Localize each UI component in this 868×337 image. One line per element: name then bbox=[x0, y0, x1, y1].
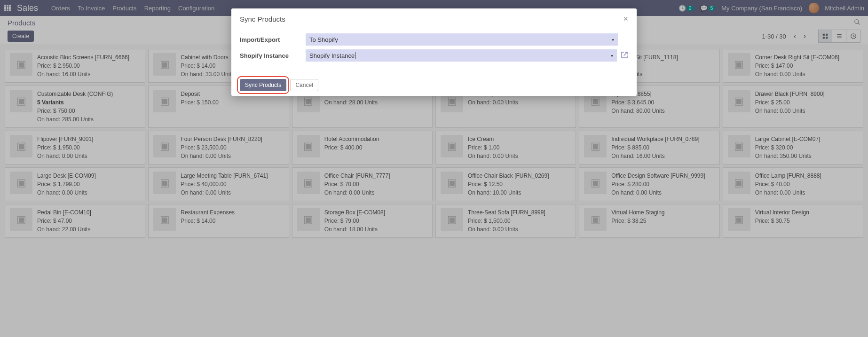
external-link-icon[interactable] bbox=[621, 51, 628, 60]
label-import-export: Import/Export bbox=[240, 36, 306, 43]
import-export-value: To Shopify bbox=[309, 36, 338, 43]
import-export-select[interactable]: To Shopify ▾ bbox=[306, 33, 618, 46]
close-icon[interactable]: × bbox=[623, 14, 628, 24]
text-cursor bbox=[355, 52, 355, 59]
sync-products-button[interactable]: Sync Products bbox=[240, 79, 286, 91]
chevron-down-icon: ▾ bbox=[611, 53, 613, 58]
modal-overlay: Sync Products × Import/Export To Shopify… bbox=[0, 0, 868, 337]
modal-title: Sync Products bbox=[240, 15, 285, 23]
shopify-instance-value: Shopify Instance bbox=[309, 52, 355, 59]
label-shopify-instance: Shopify Instance bbox=[240, 52, 306, 59]
cancel-button[interactable]: Cancel bbox=[290, 79, 318, 91]
sync-products-modal: Sync Products × Import/Export To Shopify… bbox=[231, 8, 637, 96]
shopify-instance-combo[interactable]: Shopify Instance ▾ bbox=[306, 49, 617, 62]
chevron-down-icon: ▾ bbox=[612, 37, 614, 42]
